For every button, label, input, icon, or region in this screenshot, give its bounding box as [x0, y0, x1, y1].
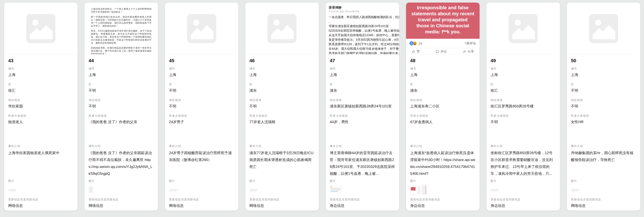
- thumb-avatar-dot: [330, 187, 332, 187]
- field-value-deceased: 不明: [490, 119, 556, 125]
- thumbnail-text-column: [418, 186, 420, 194]
- field-label-district: 区: [490, 83, 556, 86]
- field-address: 地址描述 不明: [249, 98, 315, 109]
- thumb-list-row: [422, 193, 426, 194]
- like-reaction-icon: [410, 41, 414, 45]
- comments-count: 7条评论: [465, 41, 476, 45]
- field-value-district: 徐汇: [490, 88, 556, 93]
- cover-placeholder-area: [245, 2, 319, 54]
- field-value-deceased: 《我的爸爸 没了》作者的父亲: [88, 119, 154, 125]
- weibo-text-line: 0220329去医院采样核酸，以便1号血透，晚上被告知核酸异样，等待转移: [329, 28, 399, 33]
- thumb-list-row: [422, 191, 426, 192]
- field-label-city: 城市: [169, 67, 234, 70]
- field-value-address: 华欣家园: [8, 104, 74, 109]
- weibo-text-line: 从这天开始我大伯停地电话12345，疾控中心，居委转运车一直不来。永: [329, 33, 399, 37]
- image-thumbnails[interactable]: [88, 185, 154, 194]
- field-deceased: 死者大体描述 44岁，男性: [330, 114, 395, 139]
- record-card[interactable]: 46 城市 上海 区 浦东 地址描述 不明 死者大体描述 77岁老人沈瑞根 事件…: [245, 2, 319, 211]
- thumb-line: [90, 189, 92, 190]
- record-card[interactable]: 45 城市 上海 区 不明 地址描述 不明 死者大体描述 24岁男子 事件介绍 …: [165, 2, 238, 211]
- field-direct-or-indirect: 直接信息还是间接信息 身边信息: [330, 198, 395, 209]
- field-label-city: 城市: [249, 67, 315, 70]
- thumb-red-dot: [426, 189, 426, 190]
- field-event: 事件介绍 博主茶香禅静44岁的堂哥因延误治疗去世：我哥哥家住浦东新区唐镇创新西路…: [330, 144, 395, 177]
- field-label-image: 图片: [410, 179, 476, 183]
- field-value-city: 上海: [330, 72, 395, 77]
- field-district: 区 浦东: [330, 83, 395, 93]
- image-thumbnails[interactable]: [571, 185, 636, 194]
- image-thumbnails[interactable]: [410, 185, 476, 194]
- field-value-address: 浦东新区唐镇创新西路28弄24号101室: [330, 104, 395, 109]
- card-cover-image: [4, 2, 78, 54]
- field-label-address: 地址描述: [249, 98, 315, 102]
- field-label-event: 事件介绍: [249, 144, 315, 148]
- record-card[interactable]: 49 城市 上海 区 徐汇 地址描述 徐汇区罗秀路850弄26号楼 死者大体描述…: [486, 2, 560, 211]
- field-value-address: 上海浦东寿二小区: [410, 104, 476, 109]
- field-direct-or-indirect: 直接信息还是间接信息 网络信息: [571, 198, 636, 209]
- field-value-deceased: 24岁男子: [169, 119, 234, 125]
- record-card[interactable]: 50 城市 上海 区 不明 地址描述 不明 死者大体描述 女性HR 事件介绍 丹…: [567, 2, 640, 211]
- thumb-line: [422, 190, 425, 191]
- field-label-event: 事件介绍: [571, 144, 636, 148]
- weibo-text-line: 一名志愿者，昨日我投入路浦西核酸检测的队伍，但是累了一天后晚上接: [329, 15, 399, 19]
- thumb-line: [90, 191, 92, 191]
- thumb-line: [422, 191, 425, 192]
- field-event: 事件介绍 坐标徐汇区罗秀路850弄26号楼，12号在小区群里求救需要硝酸甘油，没…: [490, 144, 556, 177]
- card-cover-image: Irresponsible and false statements about…: [406, 2, 480, 54]
- field-label-image: 图片: [88, 179, 154, 183]
- thumb-line: [90, 188, 92, 189]
- weibo-timestamp: 4-2 02:31 来自 iPhone客户端: [329, 10, 399, 13]
- thumb-line: [330, 190, 341, 191]
- gallery-board: 43 城市 上海 区 徐汇 地址描述 华欣家园 死者大体描述 独居老人 事件介绍…: [0, 0, 644, 217]
- record-card[interactable]: Irresponsible and false statements about…: [406, 2, 480, 211]
- image-thumbnails[interactable]: [249, 185, 315, 194]
- record-card[interactable]: 43 城市 上海 区 徐汇 地址描述 华欣家园 死者大体描述 独居老人 事件介绍…: [4, 2, 78, 211]
- weibo-username: 茶香禅静: [329, 5, 399, 9]
- image-thumbnails[interactable]: [8, 185, 74, 194]
- image-thumbnails[interactable]: [169, 185, 234, 194]
- field-city: 城市 上海: [88, 67, 154, 77]
- facebook-reactions: 19: [410, 41, 422, 45]
- thumb-line: [418, 189, 420, 189]
- field-label-direct: 直接信息还是间接信息: [249, 198, 315, 201]
- field-district: 区 不明: [571, 83, 636, 93]
- image-thumbnails[interactable]: [330, 185, 395, 194]
- field-image: 图片: [8, 179, 74, 194]
- facebook-action-share[interactable]: 分享: [462, 49, 474, 54]
- field-city: 城市 上海: [8, 67, 74, 77]
- like-icon: [412, 50, 415, 53]
- thumb-line: [418, 191, 420, 191]
- facebook-action-like[interactable]: 赞: [412, 49, 420, 54]
- record-card[interactable]: 人都没有这样的机会，一个病人需要几十个人的同时帮助和关怀才有可能获得一丝的机会！…: [84, 2, 158, 211]
- field-label-event: 事件介绍: [169, 144, 234, 148]
- field-city: 城市 上海: [249, 67, 315, 77]
- field-label-event: 事件介绍: [410, 144, 476, 148]
- field-event: 事件介绍 上海华欣家园独居老人饿死家中: [8, 144, 74, 177]
- field-value-event: 丹纳赫集团的某Hr，因心脏猝死没有核酸报告耽误治疗，导致死亡: [571, 150, 636, 163]
- field-city: 城市 上海: [410, 67, 476, 77]
- image-thumbnails[interactable]: [490, 185, 556, 194]
- field-value-direct: 身边信息: [410, 203, 476, 209]
- field-label-image: 图片: [571, 179, 636, 183]
- field-deceased: 死者大体描述 女性HR: [571, 114, 636, 139]
- field-value-district: 不明: [88, 88, 154, 93]
- card-cover-image: [165, 2, 238, 54]
- image-placeholder-icon: [589, 14, 618, 43]
- field-label-deceased: 死者大体描述: [88, 114, 154, 118]
- cover-placeholder-area: [486, 2, 560, 54]
- field-address: 地址描述 徐汇区罗秀路850弄26号楼: [490, 98, 556, 109]
- thumb-list-row: [422, 188, 426, 189]
- field-value-city: 上海: [249, 72, 315, 77]
- facebook-post-background: Irresponsible and false statements about…: [406, 2, 480, 39]
- field-label-event: 事件介绍: [8, 144, 74, 148]
- facebook-post-text: Irresponsible and false statements about…: [411, 5, 474, 35]
- field-image: 图片: [330, 179, 395, 194]
- record-card[interactable]: 茶香禅静4-2 02:31 来自 iPhone客户端一名志愿者，昨日我投入路浦西…: [326, 2, 399, 211]
- card-fields: 45 城市 上海 区 不明 地址描述 不明 死者大体描述 24岁男子 事件介绍 …: [165, 54, 238, 211]
- field-address: 地址描述 不明: [571, 98, 636, 109]
- field-deceased: 死者大体描述 77岁老人沈瑞根: [249, 114, 315, 139]
- field-label-district: 区: [249, 83, 315, 86]
- article-paragraph: 人都没有这样的机会，一个病人需要几十个人的同时帮助和关怀才有可能获得一丝的机会！: [91, 7, 152, 13]
- facebook-action-comment[interactable]: 评论: [436, 49, 447, 54]
- card-fields: 44 城市 上海 区 不明 地址描述 不明 死者大体描述 《我的爸爸 没了》作者…: [84, 54, 158, 211]
